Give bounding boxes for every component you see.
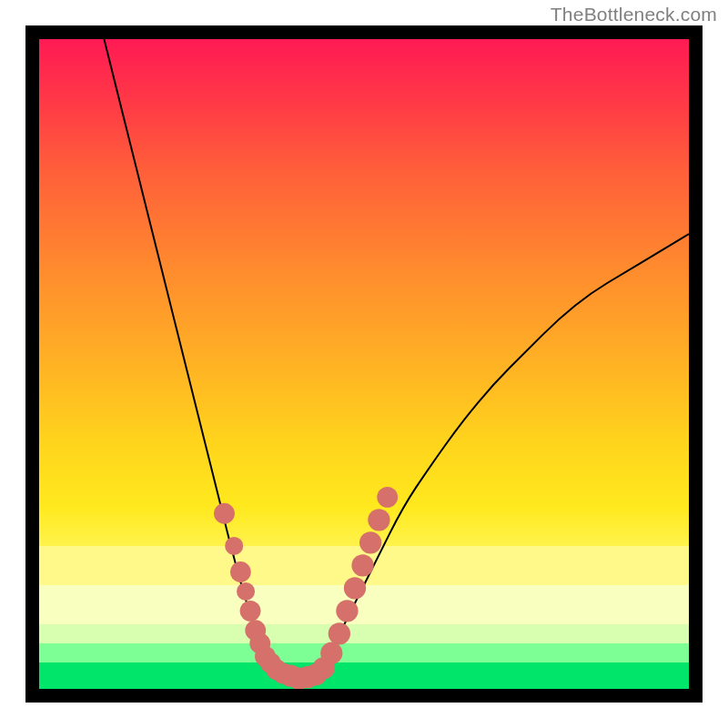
chart-svg xyxy=(39,39,689,689)
curve-marker xyxy=(344,577,366,599)
curve-marker xyxy=(359,531,381,553)
curve-marker xyxy=(214,503,235,524)
stage: TheBottleneck.com xyxy=(0,0,728,728)
curve-marker xyxy=(329,622,350,644)
curve-marker xyxy=(320,642,342,664)
curve-marker xyxy=(240,601,261,622)
curve-marker xyxy=(351,554,373,576)
curve-marker xyxy=(377,487,398,508)
curve-marker xyxy=(230,561,251,582)
bottleneck-curve xyxy=(104,39,689,678)
curve-marker xyxy=(237,582,255,601)
curve-marker xyxy=(225,537,243,555)
curve-marker xyxy=(336,600,358,622)
watermark-text: TheBottleneck.com xyxy=(551,4,717,25)
curve-marker xyxy=(368,509,389,531)
